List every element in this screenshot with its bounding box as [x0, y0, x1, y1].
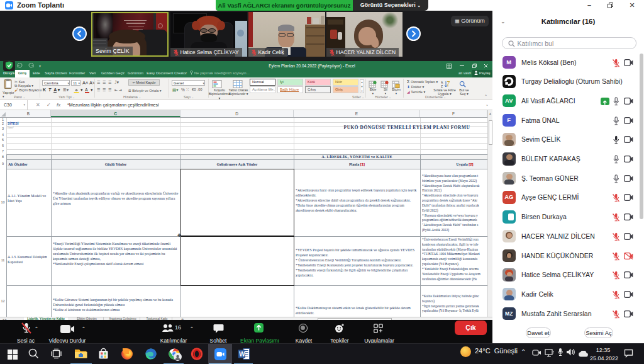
svg-text:W: W: [239, 351, 245, 358]
